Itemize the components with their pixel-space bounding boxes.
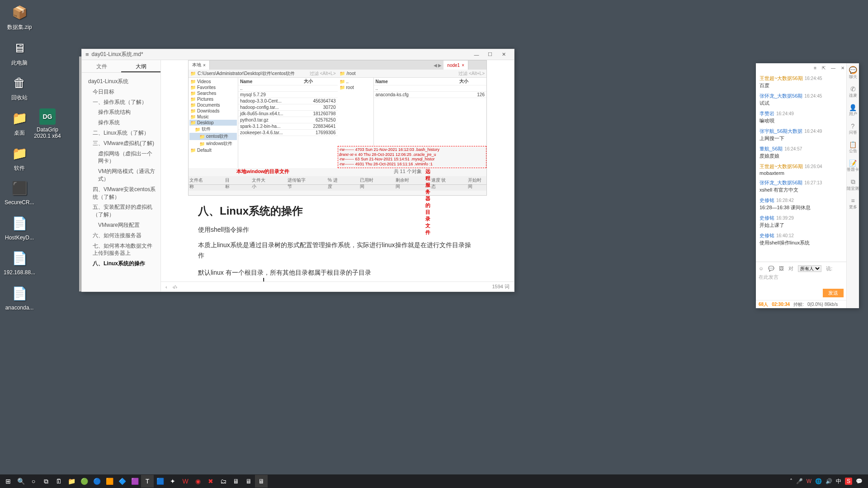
chat-messages[interactable]: 王世超~大数据56期16:24:45百度张怀龙_大数据56期16:24:45试试…: [756, 72, 846, 262]
tray-chevron-icon[interactable]: ˄: [790, 478, 793, 484]
tray-ime[interactable]: 中: [836, 478, 841, 485]
sender: 董航_56期: [760, 146, 783, 151]
outline-item[interactable]: VM的网络模式（通讯方式）: [82, 166, 160, 184]
taskview-button[interactable]: ⧉: [40, 475, 52, 488]
chat-history-icon[interactable]: 💬: [768, 266, 774, 272]
outline-item[interactable]: 一、操作系统（了解）: [82, 97, 160, 108]
tb-app[interactable]: ✦: [166, 475, 179, 488]
tab-outline[interactable]: 大纲: [121, 60, 160, 72]
chat-input-area: ☺ 💬 🖼 对 所有人 说: 在此发言 发送: [756, 262, 846, 300]
chat-message: 李赞岩16:24:49嘛啥呗: [760, 110, 843, 124]
tb-app[interactable]: 🗓: [52, 475, 65, 488]
desktop-icon-hostkey[interactable]: 📄HostKeyD...: [4, 214, 35, 241]
desktop-icon-securecrt[interactable]: ⬛SecureCR...: [4, 178, 35, 206]
tray-sogou[interactable]: S: [845, 478, 852, 485]
target-select[interactable]: 所有人: [798, 265, 821, 272]
outline-item[interactable]: 五、安装配置好的虚拟机（了解）: [82, 202, 160, 220]
system-tray[interactable]: ˄ 🎤 W 🌐 🔊 中 S 💬: [790, 478, 866, 485]
tray-vol-icon[interactable]: 🔊: [826, 478, 832, 484]
desktop-icon-desktop[interactable]: 📁桌面: [4, 108, 35, 137]
code-view-icon[interactable]: ‹/›: [173, 284, 177, 290]
outline-item[interactable]: 三、VMware虚拟机(了解): [82, 138, 160, 149]
tb-explorer[interactable]: 📁: [65, 475, 78, 488]
tb-vm[interactable]: 🖥: [242, 475, 255, 488]
outline-item[interactable]: 四、VMware安装centos系统（了解）: [82, 184, 160, 202]
chat-side-连麦[interactable]: ✆连麦: [849, 85, 857, 99]
text: 度娘度娘: [760, 153, 843, 160]
outline-item[interactable]: 七、如何将本地数据文件上传到服务器上: [82, 241, 160, 259]
tb-app[interactable]: 🟦: [154, 475, 166, 488]
tb-edge[interactable]: 🔵: [90, 475, 103, 488]
tb-app[interactable]: 🟧: [103, 475, 116, 488]
start-button[interactable]: ⊞: [2, 475, 14, 488]
chat-message: 张宇航_56期大数据16:24:49上网搜一下: [760, 128, 843, 142]
outline-item[interactable]: VMware网段配置: [82, 220, 160, 230]
chat-input[interactable]: 在此发言: [759, 273, 844, 287]
chat-side-聊天[interactable]: 💬聊天: [849, 66, 857, 80]
img-tab-local: 本地×: [189, 61, 210, 70]
chat-min-icon[interactable]: —: [831, 66, 835, 70]
tb-app[interactable]: ✖: [204, 475, 217, 488]
sender: 张怀龙_大数据56期: [760, 93, 802, 99]
desktop-icon-pc[interactable]: 🖥此电脑: [4, 38, 35, 67]
tray-mic-icon[interactable]: 🎤: [796, 478, 803, 484]
editor-content[interactable]: 本地× ◀ ▶ node1× 📁C:\Users\Administrator\D…: [161, 60, 514, 291]
tray-net-icon[interactable]: 🌐: [815, 478, 822, 484]
menu-icon[interactable]: ≡: [85, 51, 89, 58]
desktop-icon-ipfile[interactable]: 📄192.168.88...: [4, 249, 35, 276]
outline-item[interactable]: 虚拟网络（虚拟出一个网卡）: [82, 149, 160, 167]
chat-message: 张怀龙_大数据56期16:24:45试试: [760, 93, 843, 107]
drop-label: 掉帧:: [793, 301, 804, 308]
chat-side-更多[interactable]: ≡更多: [849, 197, 857, 210]
outline-item[interactable]: 二、Linux系统（了解）: [82, 128, 160, 138]
send-button[interactable]: 发送: [823, 289, 844, 297]
tab-file[interactable]: 文件: [82, 60, 121, 72]
chat-more-icon[interactable]: ≡: [814, 66, 816, 70]
tb-chrome[interactable]: 🟢: [78, 475, 90, 488]
time: 16:24:45: [805, 76, 822, 81]
chat-message: 王世超~大数据56期16:26:04mobaxterm: [760, 163, 843, 176]
nav-back-icon[interactable]: ‹: [165, 284, 167, 290]
outline-item[interactable]: 操作系统结构: [82, 107, 160, 117]
desktop-icon-datagrip[interactable]: DGDataGrip 2020.1 x64: [32, 108, 63, 139]
tray-wps-icon[interactable]: W: [807, 478, 811, 484]
content-text[interactable]: 八、Linux系统的操作 使用shell指令操作 本质上linux系统是通过目录…: [198, 204, 477, 291]
tb-vscode[interactable]: 🔷: [116, 475, 128, 488]
outline-item[interactable]: 六、如何连接服务器: [82, 230, 160, 241]
close-button[interactable]: ✕: [497, 50, 510, 59]
desktop-icon-zip[interactable]: 📦数据集.zip: [4, 3, 35, 31]
desktop-icon-anaconda[interactable]: 📄anaconda...: [4, 284, 35, 311]
tb-app[interactable]: 🟪: [128, 475, 141, 488]
tray-notif-icon[interactable]: 💬: [856, 478, 863, 484]
tb-app[interactable]: ◉: [192, 475, 204, 488]
text: 使用shell操作linux系统: [760, 239, 843, 246]
chat-side-用户[interactable]: 👤用户: [849, 104, 857, 117]
outline-item[interactable]: 今日目标: [82, 87, 160, 97]
sidebar-tabs: 文件 大纲: [82, 60, 160, 73]
time: 16:24:45: [804, 94, 822, 99]
desktop-icon-software[interactable]: 📁软件: [4, 144, 35, 172]
tb-vm[interactable]: 🖥: [230, 475, 242, 488]
maximize-button[interactable]: ☐: [483, 50, 497, 59]
chat-side-随堂测[interactable]: ⧉随堂测: [847, 178, 859, 192]
image-icon[interactable]: 🖼: [779, 266, 784, 271]
chat-expand-icon[interactable]: ⇱: [822, 66, 826, 70]
outline-item[interactable]: day01-Linux系统: [82, 76, 160, 87]
tb-livestream[interactable]: 🖥: [255, 475, 268, 488]
chat-toolbar: ☺ 💬 🖼 对 所有人 说:: [759, 264, 844, 273]
outline-item-active[interactable]: 八、Linux系统的操作: [82, 258, 160, 269]
emoji-icon[interactable]: ☺: [759, 266, 764, 271]
chat-side-公告[interactable]: 📋公告: [849, 141, 857, 154]
chat-side-答题卡[interactable]: 📝答题卡: [847, 160, 859, 173]
tb-typora[interactable]: T: [141, 475, 154, 488]
search-button[interactable]: 🔍: [14, 475, 27, 488]
desktop-icon-recycle[interactable]: 🗑回收站: [4, 73, 35, 102]
cortana-button[interactable]: ○: [27, 475, 40, 488]
time: 16:39:29: [776, 216, 794, 221]
tb-app[interactable]: 🗂: [217, 475, 230, 488]
minimize-button[interactable]: —: [470, 50, 483, 59]
tb-wps[interactable]: W: [179, 475, 192, 488]
outline-item[interactable]: 操作系统: [82, 117, 160, 128]
chat-side-问答[interactable]: ?问答: [849, 122, 857, 136]
chat-close-icon[interactable]: ✕: [841, 66, 844, 70]
